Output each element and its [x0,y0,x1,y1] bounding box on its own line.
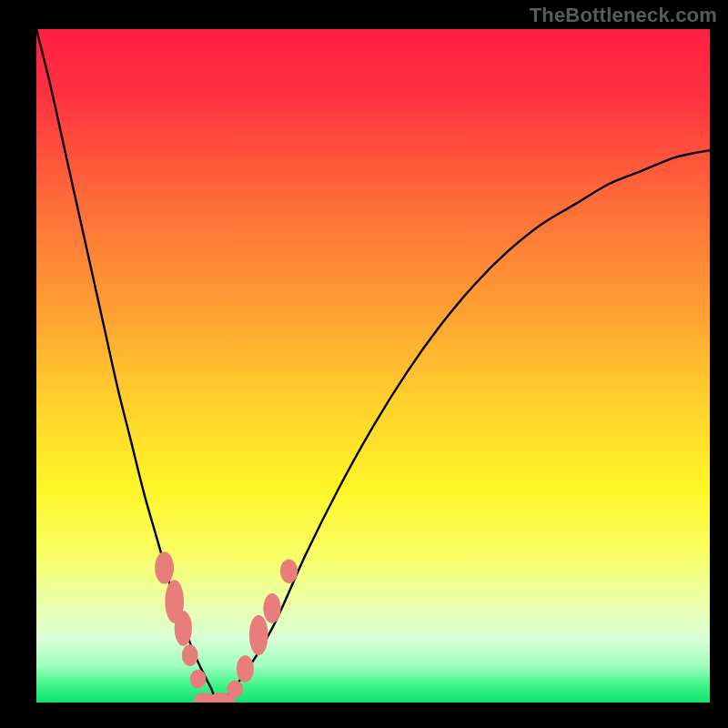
data-marker [190,670,207,689]
data-marker [227,681,243,698]
watermark-label: TheBottleneck.com [530,4,717,27]
data-marker [280,559,298,583]
data-marker [237,655,254,682]
data-marker [263,593,280,623]
chart-frame: TheBottleneck.com [0,0,728,728]
data-marker [155,551,174,584]
bottleneck-chart [36,29,710,703]
data-marker [175,611,192,645]
gradient-background [36,29,710,703]
plot-area [36,29,710,703]
data-marker [182,644,198,666]
data-marker [249,615,268,655]
